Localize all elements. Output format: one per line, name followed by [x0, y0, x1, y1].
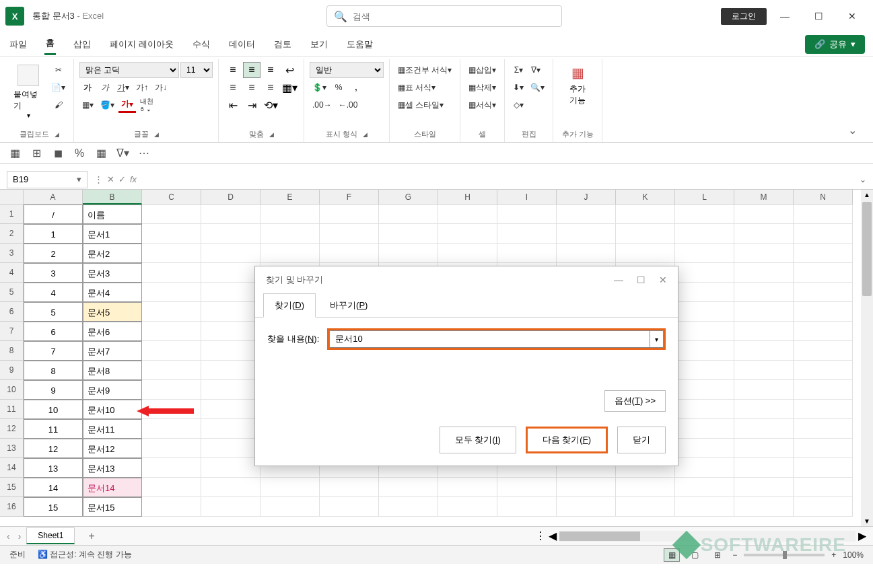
cell[interactable]: [142, 497, 201, 517]
decrease-indent-button[interactable]: ⇤: [224, 97, 242, 113]
cell[interactable]: 1: [24, 224, 83, 244]
cell[interactable]: [320, 224, 379, 244]
align-left-button[interactable]: ≡: [224, 79, 242, 96]
addins-button[interactable]: ▦ 추가 기능: [559, 62, 596, 106]
cell[interactable]: [734, 322, 794, 341]
cell[interactable]: 7: [24, 341, 83, 361]
row-header[interactable]: 16: [0, 497, 24, 517]
cut-button[interactable]: ✂: [48, 62, 68, 78]
column-header[interactable]: M: [734, 190, 794, 205]
borders-button[interactable]: ▦▾: [79, 97, 96, 113]
find-all-button[interactable]: 모두 찾기(I): [440, 427, 516, 453]
cell[interactable]: 이름: [83, 205, 142, 224]
tab-file[interactable]: 파일: [8, 34, 28, 54]
column-header[interactable]: N: [794, 190, 853, 205]
cell[interactable]: [734, 380, 794, 400]
orientation-button[interactable]: ⟲▾: [262, 97, 279, 113]
cell[interactable]: [142, 478, 201, 497]
scroll-down-icon[interactable]: ▼: [864, 517, 870, 525]
cell[interactable]: [201, 400, 260, 419]
cell[interactable]: 문서4: [83, 283, 142, 302]
dialog-launcher-icon[interactable]: ◢: [363, 131, 368, 138]
column-header[interactable]: C: [142, 190, 201, 205]
cell[interactable]: [201, 283, 260, 302]
row-header[interactable]: 13: [0, 439, 24, 458]
cell[interactable]: [734, 497, 794, 517]
font-size-select[interactable]: 11: [180, 62, 213, 78]
cell[interactable]: [794, 283, 853, 302]
cell[interactable]: [675, 341, 734, 361]
column-header[interactable]: H: [438, 190, 497, 205]
cell[interactable]: [734, 419, 794, 439]
row-header[interactable]: 4: [0, 263, 24, 283]
cell[interactable]: [794, 419, 853, 439]
cell[interactable]: 15: [24, 497, 83, 517]
row-header[interactable]: 12: [0, 419, 24, 439]
cell[interactable]: [142, 458, 201, 478]
scrollbar-thumb[interactable]: [862, 202, 872, 296]
cell[interactable]: [201, 361, 260, 380]
cell[interactable]: [794, 224, 853, 244]
autosum-button[interactable]: Σ▾: [510, 62, 526, 78]
login-button[interactable]: 로그인: [721, 8, 767, 25]
format-cells-button[interactable]: ▦ 서식 ▾: [466, 97, 499, 113]
delete-cells-button[interactable]: ▦ 삭제 ▾: [466, 79, 499, 96]
cell[interactable]: [734, 205, 794, 224]
search-box[interactable]: 🔍: [326, 5, 562, 27]
dialog-launcher-icon[interactable]: ◢: [154, 131, 159, 138]
cell[interactable]: [794, 263, 853, 283]
fill-color-button[interactable]: 🪣▾: [98, 97, 117, 113]
cell[interactable]: [794, 322, 853, 341]
qa-more-icon[interactable]: ⋯: [137, 147, 151, 160]
qa-border-icon[interactable]: ⊞: [30, 147, 43, 160]
cell[interactable]: [497, 224, 557, 244]
cell[interactable]: [675, 400, 734, 419]
cell[interactable]: 문서13: [83, 458, 142, 478]
phonetic-button[interactable]: 내천ᄒ▾: [137, 97, 156, 113]
cell[interactable]: [379, 478, 438, 497]
comma-button[interactable]: ,: [348, 79, 364, 96]
cell[interactable]: 9: [24, 380, 83, 400]
dialog-minimize-icon[interactable]: —: [614, 274, 623, 285]
cell[interactable]: 문서3: [83, 263, 142, 283]
cell[interactable]: [734, 302, 794, 322]
sheet-prev-icon[interactable]: ‹: [7, 531, 10, 542]
cell[interactable]: [675, 419, 734, 439]
find-next-button[interactable]: 다음 찾기(F): [526, 427, 608, 453]
cell[interactable]: 8: [24, 361, 83, 380]
row-header[interactable]: 2: [0, 224, 24, 244]
italic-button[interactable]: 가: [97, 79, 113, 96]
align-top-button[interactable]: ≡: [224, 62, 242, 78]
cell[interactable]: [379, 205, 438, 224]
cell[interactable]: [497, 497, 557, 517]
number-format-select[interactable]: 일반: [310, 62, 384, 78]
cell[interactable]: [675, 244, 734, 263]
conditional-format-button[interactable]: ▦ 조건부 서식 ▾: [395, 62, 454, 78]
column-header[interactable]: L: [675, 190, 734, 205]
cell[interactable]: [616, 244, 675, 263]
cell[interactable]: 3: [24, 263, 83, 283]
paste-button[interactable]: 붙여넣기 ▾: [11, 62, 46, 122]
cell[interactable]: [734, 244, 794, 263]
percent-button[interactable]: %: [330, 79, 347, 96]
increase-decimal-button[interactable]: .00→: [310, 97, 335, 113]
cell[interactable]: [201, 497, 260, 517]
column-header[interactable]: G: [379, 190, 438, 205]
column-header[interactable]: D: [201, 190, 260, 205]
cell[interactable]: [557, 244, 616, 263]
cell[interactable]: [201, 263, 260, 283]
cell[interactable]: [379, 497, 438, 517]
format-painter-button[interactable]: 🖌: [48, 97, 68, 113]
close-window-button[interactable]: ✕: [837, 5, 868, 27]
cell[interactable]: [260, 244, 320, 263]
row-header[interactable]: 6: [0, 302, 24, 322]
scroll-up-icon[interactable]: ▲: [864, 191, 870, 198]
cell[interactable]: [557, 224, 616, 244]
confirm-icon[interactable]: ✓: [118, 174, 126, 184]
decrease-font-button[interactable]: 가↓: [152, 79, 170, 96]
cell[interactable]: 6: [24, 322, 83, 341]
scrollbar-thumb[interactable]: [559, 531, 640, 541]
cell[interactable]: /: [24, 205, 83, 224]
font-name-select[interactable]: 맑은 고딕: [79, 62, 179, 78]
name-box[interactable]: B19 ▾: [7, 171, 88, 188]
